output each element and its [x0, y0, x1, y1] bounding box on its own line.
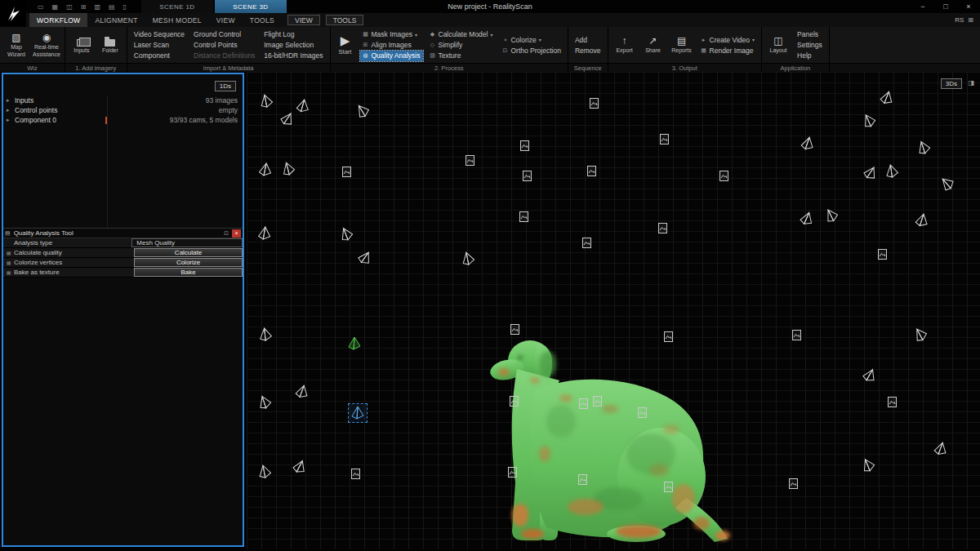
photo-thumbnail-icon[interactable]	[505, 392, 523, 410]
add-button[interactable]: Add	[572, 34, 604, 45]
context-tab-tools[interactable]: TOOLS	[326, 15, 364, 25]
camera-frustum-icon[interactable]	[253, 391, 277, 415]
photo-thumbnail-icon[interactable]	[784, 474, 802, 492]
camera-frustum-icon[interactable]	[881, 161, 902, 182]
bake-button[interactable]: Bake	[134, 268, 243, 277]
photo-thumbnail-icon[interactable]	[506, 320, 523, 338]
mask-images-button[interactable]: ▩ Mask Images ▾	[360, 29, 423, 40]
camera-frustum-icon[interactable]	[875, 87, 898, 109]
chevron-down-icon[interactable]: ▾	[539, 37, 541, 42]
render-image-button[interactable]: ▦ Render Image	[698, 45, 757, 56]
photo-thumbnail-icon[interactable]	[873, 245, 891, 263]
colorize-vertices-button[interactable]: Colorize	[134, 258, 243, 267]
camera-frustum-icon[interactable]	[291, 380, 313, 402]
camera-frustum-icon[interactable]	[277, 158, 300, 180]
camera-frustum-icon[interactable]	[819, 203, 844, 228]
photo-thumbnail-icon[interactable]	[653, 219, 671, 237]
laser-scan-button[interactable]: Laser Scan	[131, 40, 187, 51]
layout-button[interactable]: ◫ Layout	[766, 36, 791, 54]
camera-frustum-icon[interactable]	[908, 322, 933, 347]
expand-arrow-icon[interactable]: ▸	[7, 97, 15, 104]
ortho-projection-button[interactable]: ⊡ Ortho Projection	[499, 45, 563, 56]
camera-frustum-icon[interactable]	[350, 99, 376, 124]
align-images-button[interactable]: ⊞ Align Images	[360, 40, 423, 51]
chevron-down-icon[interactable]: ▾	[490, 32, 492, 38]
photo-thumbnail-icon[interactable]	[633, 403, 651, 421]
viewport-3d[interactable]: 3Ds ◨	[247, 72, 980, 549]
maximize-button[interactable]: □	[934, 0, 957, 13]
photo-thumbnail-icon[interactable]	[346, 464, 364, 482]
photo-thumbnail-icon[interactable]	[514, 207, 532, 225]
camera-frustum-icon[interactable]	[255, 324, 275, 344]
export-button[interactable]: ↑ Export	[612, 36, 637, 54]
layout-rows-icon[interactable]: ▥	[94, 3, 100, 11]
share-button[interactable]: ↗ Share	[641, 36, 666, 54]
layout-grid-icon[interactable]: ▦	[52, 3, 59, 11]
camera-frustum-icon[interactable]	[255, 224, 274, 243]
camera-frustum-icon[interactable]	[858, 161, 883, 185]
remove-button[interactable]: Remove	[572, 45, 604, 56]
photo-thumbnail-icon[interactable]	[573, 470, 591, 488]
tab-tools[interactable]: TOOLS	[243, 13, 282, 27]
camera-frustum-icon[interactable]	[256, 91, 278, 113]
expand-arrow-icon[interactable]: ▸	[7, 117, 15, 123]
create-video-button[interactable]: ▸ Create Video ▾	[698, 34, 757, 45]
camera-frustum-icon[interactable]	[911, 210, 933, 232]
device-icon[interactable]: ▯	[123, 3, 127, 11]
camera-frustum-icon[interactable]	[912, 136, 936, 160]
camera-frustum-icon[interactable]	[254, 461, 276, 483]
tab-workflow[interactable]: WORKFLOW	[29, 13, 87, 27]
chevron-down-icon[interactable]: ▾	[752, 37, 755, 42]
camera-frustum-icon[interactable]	[349, 404, 367, 422]
photo-thumbnail-icon[interactable]	[461, 151, 479, 169]
minimize-button[interactable]: −	[911, 0, 934, 13]
inputs-button[interactable]: Inputs	[69, 37, 94, 54]
layout-quad-icon[interactable]: ⊞	[81, 3, 87, 11]
panels-button[interactable]: Panels	[795, 29, 825, 40]
camera-frustum-icon[interactable]	[934, 171, 960, 196]
tab-mesh-model[interactable]: MESH MODEL	[145, 13, 209, 27]
tab-view[interactable]: VIEW	[209, 13, 243, 27]
simplify-button[interactable]: ◇ Simplify	[427, 40, 496, 51]
photo-thumbnail-icon[interactable]	[659, 478, 677, 495]
analysis-type-select[interactable]: Mesh Quality	[131, 238, 243, 247]
panel-pin-icon[interactable]: ◨	[968, 79, 974, 87]
photo-thumbnail-icon[interactable]	[655, 130, 673, 148]
texture-button[interactable]: ▨ Texture	[427, 51, 496, 61]
folder-button[interactable]: Folder	[98, 37, 122, 54]
context-tab-view[interactable]: VIEW	[287, 15, 320, 25]
colorize-button[interactable]: ◑ Colorize ▾	[499, 34, 563, 45]
image-selection-button[interactable]: Image Selection	[261, 40, 325, 51]
camera-frustum-icon[interactable]	[857, 109, 881, 133]
photo-thumbnail-icon[interactable]	[715, 167, 733, 184]
tree-item-control-points[interactable]: ▸ Control points empty	[3, 105, 243, 115]
camera-frustum-icon[interactable]	[858, 363, 881, 387]
video-sequence-button[interactable]: Video Sequence	[131, 29, 187, 40]
calculate-button[interactable]: Calculate	[134, 248, 243, 257]
photo-thumbnail-icon[interactable]	[337, 162, 355, 180]
camera-frustum-icon[interactable]	[457, 248, 479, 270]
camera-frustum-icon[interactable]	[856, 453, 880, 477]
component-button[interactable]: Component	[131, 51, 187, 61]
help-button[interactable]: Help	[795, 51, 825, 61]
quality-analysis-button[interactable]: ◍ Quality Analysis	[360, 51, 423, 61]
flight-log-button[interactable]: Flight Log	[261, 29, 325, 40]
start-button[interactable]: ▶ Start	[335, 34, 356, 56]
photo-thumbnail-icon[interactable]	[503, 463, 521, 481]
workspace-grid-icon[interactable]: ⊞	[968, 16, 973, 24]
layout-stack-icon[interactable]: ▤	[109, 3, 115, 11]
map-wizard-button[interactable]: ▧ Map Wizard	[4, 33, 29, 58]
photo-thumbnail-icon[interactable]	[588, 392, 606, 410]
camera-frustum-icon[interactable]	[353, 246, 377, 270]
realtime-assistance-button[interactable]: ◉ Real-time Assistance	[33, 33, 60, 58]
photo-thumbnail-icon[interactable]	[577, 233, 595, 251]
photo-thumbnail-icon[interactable]	[518, 167, 536, 184]
settings-button[interactable]: Settings	[795, 40, 825, 51]
camera-frustum-icon[interactable]	[795, 207, 818, 230]
tree-item-inputs[interactable]: ▸ Inputs 93 images	[3, 96, 243, 105]
photo-thumbnail-icon[interactable]	[659, 327, 677, 345]
scene-tab-1d[interactable]: SCENE 1D	[141, 0, 213, 13]
dog-model[interactable]	[488, 331, 737, 544]
reports-button[interactable]: ▤ Reports	[670, 36, 694, 54]
tree-item-component-0[interactable]: ▸ Component 0 93/93 cams, 5 models	[3, 115, 243, 125]
